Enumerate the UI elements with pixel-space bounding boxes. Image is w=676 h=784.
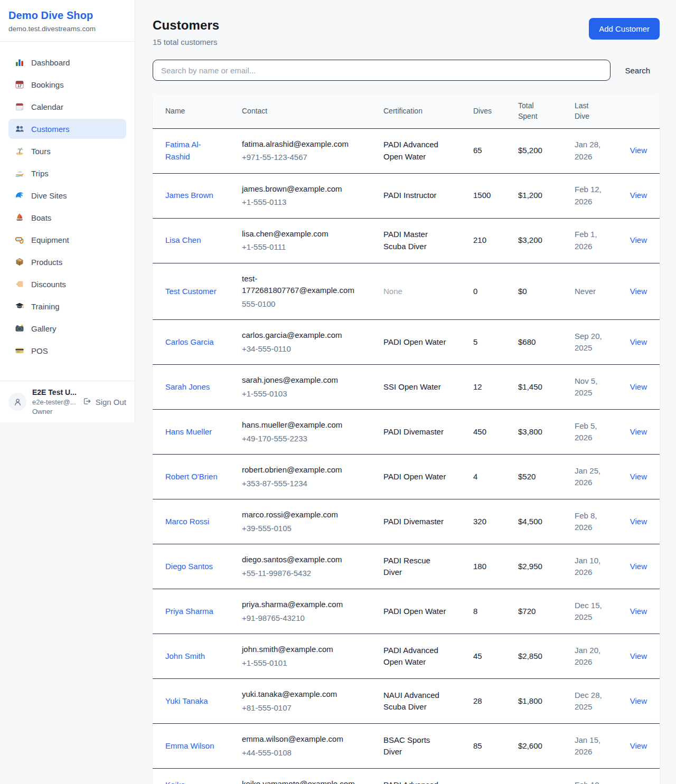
customer-name-link[interactable]: Keiko Yamamoto — [165, 779, 224, 784]
customer-dives: 4 — [473, 471, 518, 483]
view-customer-link[interactable]: View — [630, 562, 647, 571]
customer-email: yuki.tanaka@example.com — [242, 688, 356, 701]
view-customer-link[interactable]: View — [630, 235, 647, 244]
view-customer-link[interactable]: View — [630, 517, 647, 526]
sidebar-item-bookings[interactable]: 17 Bookings — [8, 74, 126, 95]
page-title: Customers — [153, 18, 219, 33]
sidebar-item-calendar[interactable]: Calendar — [8, 97, 126, 117]
customer-last-dive: Never — [575, 286, 596, 298]
sidebar-item-tours[interactable]: Tours — [8, 141, 126, 161]
sidebar-item-discounts[interactable]: Discounts — [8, 274, 126, 294]
sidebar-item-gallery[interactable]: Gallery — [8, 318, 126, 338]
customer-email: robert.obrien@example.com — [242, 464, 356, 476]
search-button[interactable]: Search — [625, 64, 650, 77]
customer-name-link[interactable]: Yuki Tanaka — [165, 695, 208, 707]
table-row: John Smith john.smith@example.com +1-555… — [153, 634, 660, 679]
customer-total-spent: $3,200 — [518, 234, 575, 247]
user-name: E2E Test U... — [32, 388, 77, 396]
shop-name: Demo Dive Shop — [8, 10, 126, 22]
customer-certification: PADI Master Scuba Diver — [383, 229, 450, 252]
view-customer-link[interactable]: View — [630, 651, 647, 660]
view-customer-link[interactable]: View — [630, 337, 647, 346]
table-row: Fatima Al-Rashid fatima.alrashid@example… — [153, 129, 660, 174]
customer-name-link[interactable]: Diego Santos — [165, 561, 213, 573]
customer-name-link[interactable]: Robert O'Brien — [165, 471, 218, 483]
customer-name-link[interactable]: Fatima Al-Rashid — [165, 139, 224, 163]
customer-email: priya.sharma@example.com — [242, 599, 356, 611]
customer-name-link[interactable]: James Brown — [165, 190, 213, 202]
customer-name-link[interactable]: Emma Wilson — [165, 740, 214, 752]
brand: Demo Dive Shop demo.test.divestreams.com — [0, 0, 135, 42]
sailboat-icon — [15, 213, 24, 222]
sidebar-item-dashboard[interactable]: Dashboard — [8, 52, 126, 72]
customer-last-dive: Feb 10, 2026 — [575, 779, 607, 784]
avatar — [8, 393, 26, 411]
sidebar-item-training[interactable]: Training — [8, 296, 126, 316]
customer-email: marco.rossi@example.com — [242, 509, 356, 521]
customer-dives: 28 — [473, 695, 518, 707]
sign-out-button[interactable]: Sign Out — [82, 397, 126, 407]
view-customer-link[interactable]: View — [630, 741, 647, 750]
customer-total-spent: $720 — [518, 606, 575, 618]
customer-email: test-1772681807767@example.com — [242, 273, 356, 297]
customer-certification: PADI Advanced Open Water — [383, 139, 450, 163]
view-customer-link[interactable]: View — [630, 607, 647, 616]
sidebar-item-pos[interactable]: POS — [8, 341, 126, 361]
view-customer-link[interactable]: View — [630, 146, 647, 155]
customer-email: emma.wilson@example.com — [242, 733, 356, 745]
view-customer-link[interactable]: View — [630, 191, 647, 200]
column-header-name: Name — [165, 106, 242, 116]
sidebar-item-trips[interactable]: Trips — [8, 163, 126, 183]
customer-name-link[interactable]: Hans Mueller — [165, 426, 212, 438]
table-row: Diego Santos diego.santos@example.com +5… — [153, 544, 660, 589]
customer-total-spent: $1,450 — [518, 381, 575, 393]
customer-dives: 85 — [473, 740, 518, 752]
sidebar-item-customers[interactable]: Customers — [8, 119, 126, 139]
customer-name-link[interactable]: Marco Rossi — [165, 516, 209, 528]
sidebar-nav: Dashboard 17 Bookings Calendar Customers… — [0, 42, 135, 381]
customer-name-link[interactable]: Carlos Garcia — [165, 336, 214, 348]
view-customer-link[interactable]: View — [630, 427, 647, 436]
sign-out-icon — [82, 397, 92, 407]
add-customer-button[interactable]: Add Customer — [589, 18, 660, 40]
customers-table: Name Contact Certification Dives Total S… — [153, 94, 660, 784]
customer-certification: PADI Divemaster — [383, 426, 444, 438]
customer-name-link[interactable]: Test Customer — [165, 286, 217, 298]
customer-email: james.brown@example.com — [242, 183, 356, 195]
customer-certification: PADI Open Water — [383, 336, 446, 348]
customer-dives: 0 — [473, 286, 518, 298]
view-customer-link[interactable]: View — [630, 696, 647, 705]
customer-phone: +353-87-555-1234 — [242, 478, 383, 490]
customer-email: john.smith@example.com — [242, 644, 356, 656]
table-row: James Brown james.brown@example.com +1-5… — [153, 174, 660, 219]
customer-name-link[interactable]: Sarah Jones — [165, 381, 210, 393]
customer-name-link[interactable]: Lisa Chen — [165, 234, 201, 247]
customer-total-spent: $1,200 — [518, 190, 575, 202]
sidebar-item-dive-sites[interactable]: Dive Sites — [8, 185, 126, 205]
customer-dives: 450 — [473, 426, 518, 438]
customer-email: fatima.alrashid@example.com — [242, 138, 356, 150]
customer-dives: 210 — [473, 234, 518, 247]
camera-icon — [15, 324, 24, 333]
graduation-cap-icon — [15, 301, 24, 311]
view-customer-link[interactable]: View — [630, 287, 647, 296]
sidebar-item-boats[interactable]: Boats — [8, 207, 126, 228]
customer-certification: BSAC Sports Diver — [383, 734, 450, 758]
customer-name-link[interactable]: John Smith — [165, 650, 205, 663]
customer-email: diego.santos@example.com — [242, 554, 356, 566]
customer-name-link[interactable]: Priya Sharma — [165, 606, 213, 618]
user-section: E2E Test U... e2e-tester@... Owner Sign … — [0, 381, 135, 422]
sidebar-item-products[interactable]: Products — [8, 252, 126, 272]
search-bar: Search — [153, 60, 660, 81]
customer-last-dive: Jan 20, 2026 — [575, 645, 607, 668]
view-customer-link[interactable]: View — [630, 472, 647, 481]
customer-total-spent: $4,500 — [518, 516, 575, 528]
table-row: Keiko Yamamoto keiko.yamamoto@example.co… — [153, 769, 660, 784]
customer-last-dive: Dec 28, 2025 — [575, 689, 607, 713]
view-customer-link[interactable]: View — [630, 382, 647, 391]
customer-total-spent: $2,600 — [518, 740, 575, 752]
sidebar-item-equipment[interactable]: Equipment — [8, 230, 126, 250]
search-input[interactable] — [153, 60, 611, 81]
customer-phone: +34-555-0110 — [242, 343, 383, 355]
customer-last-dive: Dec 15, 2025 — [575, 600, 607, 624]
